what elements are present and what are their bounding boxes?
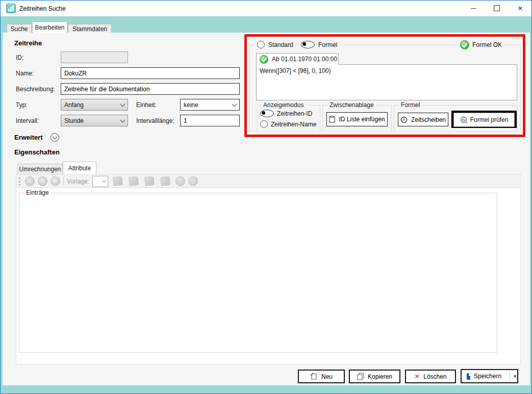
remove-all-button[interactable]: ✕ — [50, 176, 60, 186]
x-icon: ✕ — [40, 178, 45, 185]
id-liste-einfuegen-button[interactable]: ID Liste einfügen — [326, 112, 388, 126]
chevron-down-icon — [102, 178, 106, 182]
minimize-button[interactable] — [462, 1, 485, 16]
beschreibung-label: Beschreibung: — [16, 86, 55, 93]
zeitscheiben-button[interactable]: Zeitscheiben — [398, 113, 448, 126]
standard-radio-label: Standard — [268, 41, 293, 48]
formel-radio[interactable]: Formel — [298, 41, 340, 48]
loeschen-label: Löschen — [423, 373, 446, 380]
tab-umrechnungen-label: Umrechnungen — [19, 166, 61, 173]
anzeigemodus-title: Anzeigemodus — [261, 101, 306, 109]
intervall-label: Intervall: — [16, 117, 39, 124]
formel-ok-status: Formel OK — [458, 40, 504, 49]
einheit-select[interactable]: keine — [180, 99, 240, 111]
neu-label: Neu — [321, 373, 333, 380]
intervalllaenge-label: Intervalllänge: — [136, 117, 174, 124]
template-delete-icon[interactable] — [160, 176, 170, 186]
tab-stammdaten[interactable]: Stammdaten — [68, 24, 112, 33]
zeitscheibe-tab-label: Ab 01.01.1970 01:00:00 — [272, 56, 337, 63]
template-save-icon[interactable] — [129, 176, 139, 186]
close-icon: ✕ — [518, 5, 523, 12]
template-load-icon[interactable] — [113, 176, 123, 186]
intervalllaenge-value: 1 — [184, 117, 187, 124]
formula-text: Wenn([307] < [96], 0, 100) — [260, 67, 331, 74]
tab-umrechnungen[interactable]: Umrechnungen — [17, 164, 63, 174]
arrow-up-icon: ↑ — [179, 178, 182, 185]
name-input[interactable]: DokuZR — [61, 67, 240, 79]
beschreibung-value: Zeitreihe für die Dokumentation — [64, 86, 149, 93]
eintraege-groupbox — [19, 193, 497, 353]
minimize-icon — [471, 8, 476, 9]
toolbar-separator — [63, 177, 64, 186]
template-check-icon[interactable] — [144, 176, 155, 186]
toolbar-grip[interactable] — [19, 177, 22, 186]
radio-icon — [257, 41, 265, 48]
neu-button[interactable]: Neu — [298, 370, 345, 383]
beschreibung-input[interactable]: Zeitreihe für die Dokumentation — [61, 83, 240, 95]
check-icon — [460, 40, 469, 49]
standard-radio[interactable]: Standard — [255, 41, 296, 48]
copy-icon — [357, 373, 364, 380]
maximize-button[interactable] — [485, 1, 509, 16]
window-titlebar: Zeitreihen Suche ✕ — [1, 1, 531, 16]
formel-group-title: Formel — [399, 101, 422, 109]
svg-text:fx: fx — [462, 118, 465, 122]
chevron-down-icon — [120, 101, 125, 107]
speichern-dropdown-arrow[interactable]: ▼ — [513, 374, 517, 379]
tab-attribute-label: Attribute — [68, 165, 91, 172]
zeitscheibe-tab[interactable]: Ab 01.01.1970 01:00:00 — [256, 53, 339, 65]
clock-icon — [400, 116, 408, 123]
name-value: DokuZR — [64, 70, 87, 77]
zeitreihe-heading: Zeitreihe — [14, 39, 42, 47]
attributes-toolbar: + ✕ ✕ Vorlage: ↑ ↓ — [16, 175, 520, 188]
eigenschaften-heading: Eigenschaften — [14, 148, 60, 156]
name-label: Name: — [16, 70, 34, 77]
intervalllaenge-input[interactable]: 1 — [180, 115, 240, 126]
window-title: Zeitreihen Suche — [19, 5, 66, 12]
chevron-down-icon — [232, 101, 237, 107]
x-icon: ✕ — [53, 178, 58, 185]
zeitscheiben-label: Zeitscheiben — [411, 116, 446, 123]
typ-select[interactable]: Anfang — [61, 99, 128, 111]
formula-editor[interactable]: Wenn([307] < [96], 0, 100) — [256, 64, 517, 100]
check-icon — [260, 55, 268, 64]
zwischenablage-title: Zwischenablage — [327, 101, 376, 109]
speichern-button[interactable]: Speichern ▼ — [461, 369, 518, 383]
add-entry-button[interactable]: + — [25, 176, 35, 186]
tab-suche[interactable]: Suche — [7, 24, 32, 33]
formel-pruefen-label: Formel prüfen — [470, 116, 509, 123]
formel-pruefen-button[interactable]: fx Formel prüfen — [451, 111, 517, 128]
id-liste-einfuegen-label: ID Liste einfügen — [339, 116, 385, 123]
plus-icon: + — [28, 178, 31, 185]
delete-entry-button[interactable]: ✕ — [38, 176, 47, 186]
zeitreihen-id-radio[interactable]: Zeitreihen-ID — [260, 110, 312, 117]
save-icon — [466, 373, 470, 380]
chevron-down-icon — [120, 117, 125, 122]
eintraege-label: Einträge — [24, 189, 51, 196]
zeitreihen-name-radio[interactable]: Zeitreihen-Name — [260, 120, 316, 128]
typ-label: Typ: — [16, 101, 28, 109]
zeitreihen-id-label: Zeitreihen-ID — [277, 110, 312, 117]
fx-search-icon: fx — [460, 116, 468, 124]
move-up-button[interactable]: ↑ — [175, 176, 185, 186]
split-separator — [509, 372, 510, 381]
typ-value: Anfang — [64, 101, 84, 109]
move-down-button[interactable]: ↓ — [188, 176, 198, 186]
close-button[interactable]: ✕ — [509, 1, 532, 16]
intervall-select[interactable]: Stunde — [61, 115, 128, 126]
intervall-value: Stunde — [64, 117, 84, 124]
erweitert-expand-button[interactable] — [50, 133, 59, 142]
loeschen-button[interactable]: ✕ Löschen — [405, 370, 456, 383]
vorlage-label: Vorlage: — [67, 178, 89, 185]
kopieren-button[interactable]: Kopieren — [349, 370, 400, 383]
einheit-value: keine — [184, 101, 198, 109]
arrow-down-icon: ↓ — [192, 178, 195, 185]
id-input[interactable] — [61, 51, 128, 63]
speichern-label: Speichern — [474, 373, 501, 380]
tab-bearbeiten[interactable]: Bearbeiten — [32, 21, 67, 33]
tab-attribute[interactable]: Attribute — [63, 162, 96, 174]
vorlage-select[interactable] — [92, 176, 108, 187]
kopieren-label: Kopieren — [368, 373, 392, 380]
zeitreihen-name-label: Zeitreihen-Name — [271, 121, 316, 128]
app-icon — [6, 4, 16, 13]
